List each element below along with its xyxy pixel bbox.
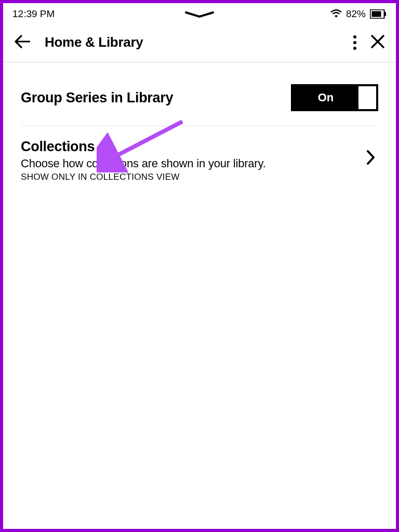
kebab-dot-icon [353, 41, 356, 44]
battery-percent: 82% [346, 8, 366, 20]
group-series-row: Group Series in Library On [21, 62, 378, 126]
group-series-title: Group Series in Library [21, 90, 173, 106]
collections-row[interactable]: Collections Choose how collections are s… [21, 126, 378, 189]
collections-description: Choose how collections are shown in your… [21, 157, 367, 170]
toggle-label: On [293, 91, 358, 104]
collections-title: Collections [21, 139, 367, 155]
back-button[interactable] [15, 35, 30, 50]
collections-subtext: SHOW ONLY IN COLLECTIONS VIEW [21, 172, 367, 182]
wifi-icon [330, 9, 342, 19]
battery-icon [370, 9, 387, 19]
status-time: 12:39 PM [12, 8, 55, 20]
collections-text: Collections Choose how collections are s… [21, 139, 367, 182]
svg-rect-2 [384, 12, 386, 16]
close-button[interactable] [371, 35, 384, 50]
arrow-left-icon [15, 35, 30, 48]
settings-content: Group Series in Library On Collections C… [3, 62, 396, 189]
header: Home & Library [3, 23, 396, 62]
page-title: Home & Library [45, 34, 143, 50]
chevron-right-icon [367, 150, 375, 167]
kebab-dot-icon [353, 47, 356, 50]
group-series-toggle[interactable]: On [291, 84, 378, 111]
svg-rect-1 [372, 11, 381, 17]
header-actions [353, 35, 384, 50]
kebab-dot-icon [353, 35, 356, 38]
status-right: 82% [330, 8, 387, 20]
toggle-knob [358, 86, 376, 109]
close-icon [371, 35, 384, 48]
pull-down-handle-icon[interactable] [185, 11, 214, 21]
more-options-button[interactable] [353, 35, 356, 50]
